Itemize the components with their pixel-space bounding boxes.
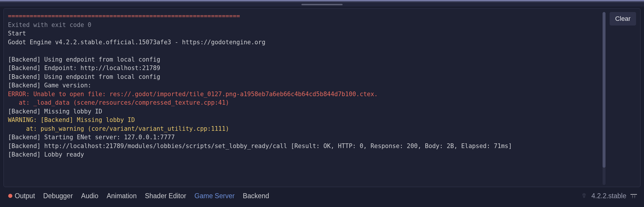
log-line: [Backend] Game version:	[8, 82, 91, 89]
log-error: ERROR: Unable to open file: res://.godot…	[8, 91, 378, 98]
console-scrollbar[interactable]	[603, 12, 606, 185]
switch-arrows-icon: ↑↑	[632, 195, 636, 198]
log-line: [Backend] Endpoint: http://localhost:217…	[8, 65, 160, 72]
scrollbar-thumb[interactable]	[603, 12, 606, 168]
log-exit: Exited with exit code 0	[8, 21, 91, 28]
log-line: [Backend] Starting ENet server: 127.0.0.…	[8, 134, 175, 141]
godot-icon	[581, 193, 587, 199]
log-line: [Backend] Using endpoint from local conf…	[8, 73, 160, 80]
log-warning: WARNING: [Backend] Missing lobby ID	[8, 116, 135, 123]
status-right: 4.2.2.stable ↑↑	[581, 192, 637, 200]
log-line: Godot Engine v4.2.2.stable.official.1507…	[8, 39, 265, 46]
tab-shader-editor[interactable]: Shader Editor	[145, 192, 186, 200]
tab-game-server[interactable]: Game Server	[194, 192, 235, 200]
log-separator: ========================================…	[8, 13, 240, 20]
svg-point-0	[583, 195, 584, 196]
console-log[interactable]: ========================================…	[8, 12, 603, 185]
log-line: [Backend] http://localhost:21789/modules…	[8, 142, 512, 150]
tab-audio[interactable]: Audio	[81, 192, 98, 200]
log-line: [Backend] Using endpoint from local conf…	[8, 56, 160, 63]
log-line: Start	[8, 30, 26, 37]
output-panel: ========================================…	[4, 8, 640, 187]
log-error-at: at: _load_data (scene/resources/compress…	[8, 99, 229, 106]
version-label: 4.2.2.stable	[591, 192, 626, 200]
tab-animation[interactable]: Animation	[107, 192, 137, 200]
output-indicator-dot	[8, 194, 12, 198]
log-warning-at: at: push_warning (core/variant/variant_u…	[8, 125, 229, 132]
bottom-bar: Output Debugger Audio Animation Shader E…	[0, 187, 644, 205]
tab-output[interactable]: Output	[15, 192, 35, 200]
console-area: ========================================…	[8, 12, 606, 185]
tab-debugger[interactable]: Debugger	[43, 192, 73, 200]
bottom-tabs: Output Debugger Audio Animation Shader E…	[8, 192, 269, 200]
clear-button[interactable]: Clear	[610, 12, 636, 26]
panel-drag-handle[interactable]	[0, 2, 644, 6]
tab-backend[interactable]: Backend	[243, 192, 269, 200]
log-line: [Backend] Missing lobby ID	[8, 108, 102, 115]
svg-point-1	[584, 195, 585, 196]
drag-handle-bar	[301, 4, 343, 5]
top-border-strip	[0, 0, 644, 2]
side-button-column: Clear	[610, 12, 636, 185]
layout-switch-button[interactable]: ↑↑	[630, 194, 637, 198]
log-line: [Backend] Lobby ready	[8, 151, 84, 158]
